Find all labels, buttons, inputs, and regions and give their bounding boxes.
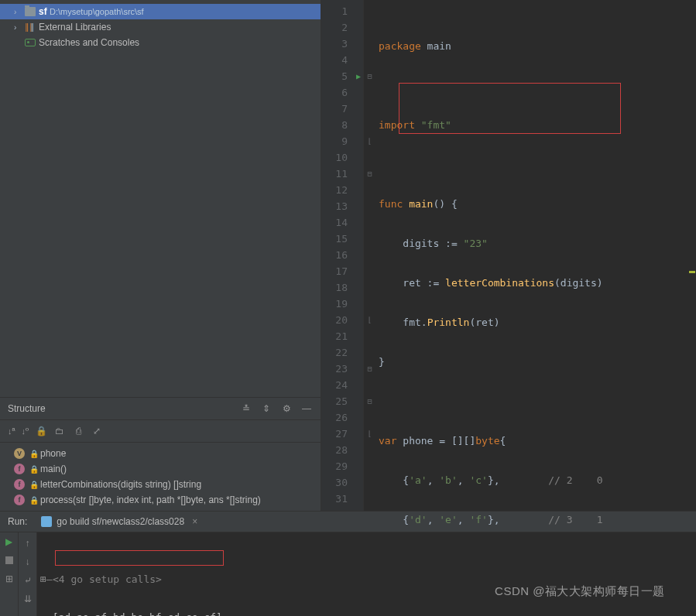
function-badge-icon: f [14,464,25,474]
structure-item-label: phone [40,448,66,459]
project-root[interactable]: › sf D:\mysetup\gopath\src\sf [0,4,321,19]
variable-badge-icon: V [14,448,25,459]
external-libraries[interactable]: › External Libraries [0,19,321,35]
scroll-marker[interactable] [687,0,696,511]
go-icon [41,516,52,527]
structure-title: Structure [8,403,46,414]
rerun-button[interactable]: ▶ [0,532,18,551]
up-button[interactable]: ↑ [19,534,36,553]
run-tab[interactable]: go build sf/newclass2/class028 × [36,515,202,529]
scratches[interactable]: Scratches and Consoles [0,35,321,50]
structure-item-label: process(str []byte, index int, path *[]b… [40,495,261,505]
project-path: D:\mysetup\gopath\src\sf [50,7,144,16]
console-output[interactable]: ⊞—<4 go setup calls> [ad ae af bd be bf … [37,532,696,616]
hide-icon[interactable]: — [300,402,313,415]
structure-panel: Structure ≛ ⇕ ⚙ — ↓ª ↓º 🔒 🗀 ⎙ ⤢ V � [0,397,321,511]
run-side-toolbar-2: ↑ ↓ ⤶ ⇊ [19,532,37,616]
scroll-end-button[interactable]: ⇊ [19,590,36,608]
structure-item[interactable]: V 🔒 phone [0,446,321,461]
sort-alpha-icon[interactable]: ↓ª [8,426,15,436]
gutter[interactable]: 1234 5 678910 1112131415 16 1718192021 2… [321,0,364,511]
structure-toolbar: ↓ª ↓º 🔒 🗀 ⎙ ⤢ [0,420,321,443]
scratches-icon [25,39,36,46]
console-output-line: [ad ae af bd be bf cd ce cf] [53,611,222,616]
pin-icon[interactable]: ⎙ [72,425,84,437]
library-icon [25,22,36,33]
function-badge-icon: f [14,495,25,505]
padlock-icon: 🔒 [29,465,36,474]
stop-button[interactable] [0,551,18,570]
folder-toolbar-icon[interactable]: 🗀 [53,425,66,437]
close-icon[interactable]: × [192,516,197,527]
project-name: sf [39,6,47,17]
down-button[interactable]: ↓ [19,553,36,571]
sort-visibility-icon[interactable]: ↓º [22,426,29,436]
external-libraries-label: External Libraries [39,22,111,33]
structure-item[interactable]: f 🔒 letterCombinations(digits string) []… [0,477,321,492]
run-side-toolbar: ▶ ⊞ [0,532,19,616]
structure-item-label: letterCombinations(digits string) []stri… [40,479,201,490]
lock-icon[interactable]: 🔒 [35,425,47,437]
gear-icon[interactable]: ⚙ [280,402,293,415]
padlock-icon: 🔒 [29,481,36,489]
expand-icon[interactable]: ≛ [240,402,252,415]
wrap-button[interactable]: ⤶ [19,571,36,590]
run-tab-label: go build sf/newclass2/class028 [57,516,184,527]
code-editor[interactable]: 1234 5 678910 1112131415 16 1718192021 2… [321,0,696,511]
collapse-icon[interactable]: ⇕ [260,402,273,415]
scratches-label: Scratches and Consoles [39,37,139,48]
layout-button[interactable]: ⊞ [0,570,18,588]
chevron-right-icon: › [14,8,22,16]
code-area[interactable]: package main import "fmt" func main() { … [375,0,696,511]
run-gutter-icon: 5 [321,68,363,84]
function-badge-icon: f [14,479,25,490]
run-title: Run: [8,516,27,527]
structure-item-label: main() [40,464,67,474]
scroll-icon[interactable]: ⤢ [91,425,103,437]
structure-item[interactable]: f 🔒 main() [0,461,321,477]
structure-list: V 🔒 phone f 🔒 main() f 🔒 letterCombinati… [0,443,321,511]
padlock-icon: 🔒 [29,450,36,458]
watermark: CSDN @福大大架构师每日一题 [495,584,665,599]
chevron-right-icon: › [14,23,22,32]
structure-item[interactable]: f 🔒 process(str []byte, index int, path … [0,492,321,508]
fold-column[interactable]: ⊟⌊⊟ ⌊ ⊟⊟⌊ [364,0,375,511]
folder-icon [25,7,36,16]
highlight-box [55,550,224,566]
project-tree[interactable]: › sf D:\mysetup\gopath\src\sf › External… [0,0,321,397]
setup-calls: <4 go setup calls> [53,573,162,585]
padlock-icon: 🔒 [29,496,36,505]
more-button[interactable] [0,588,18,607]
